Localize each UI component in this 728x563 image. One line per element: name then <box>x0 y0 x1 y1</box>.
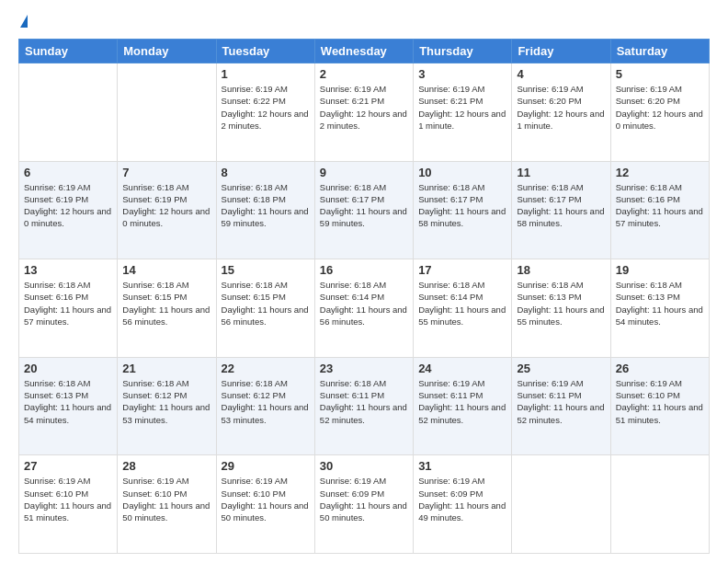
calendar-cell: 1Sunrise: 6:19 AM Sunset: 6:22 PM Daylig… <box>216 63 314 162</box>
day-number: 25 <box>517 362 605 375</box>
calendar-cell: 27Sunrise: 6:19 AM Sunset: 6:10 PM Dayli… <box>19 455 118 554</box>
day-header-wednesday: Wednesday <box>314 40 413 63</box>
day-number: 10 <box>418 166 506 179</box>
day-number: 28 <box>122 459 210 473</box>
day-number: 4 <box>517 67 605 81</box>
day-info: Sunrise: 6:19 AM Sunset: 6:10 PM Dayligh… <box>616 377 704 426</box>
day-info: Sunrise: 6:18 AM Sunset: 6:14 PM Dayligh… <box>320 279 408 327</box>
calendar-header-row: SundayMondayTuesdayWednesdayThursdayFrid… <box>19 40 710 63</box>
day-number: 23 <box>320 362 408 375</box>
day-info: Sunrise: 6:19 AM Sunset: 6:10 PM Dayligh… <box>222 475 310 523</box>
calendar-cell: 7Sunrise: 6:18 AM Sunset: 6:19 PM Daylig… <box>118 161 216 259</box>
day-number: 22 <box>222 362 310 375</box>
day-header-friday: Friday <box>512 40 610 63</box>
day-info: Sunrise: 6:18 AM Sunset: 6:17 PM Dayligh… <box>517 181 605 230</box>
calendar-cell: 17Sunrise: 6:18 AM Sunset: 6:14 PM Dayli… <box>414 259 512 358</box>
day-info: Sunrise: 6:18 AM Sunset: 6:14 PM Dayligh… <box>418 279 506 327</box>
week-row-3: 13Sunrise: 6:18 AM Sunset: 6:16 PM Dayli… <box>19 259 710 358</box>
day-header-monday: Monday <box>118 40 216 63</box>
calendar-cell: 21Sunrise: 6:18 AM Sunset: 6:12 PM Dayli… <box>118 357 216 455</box>
day-number: 21 <box>122 362 210 375</box>
calendar-cell: 14Sunrise: 6:18 AM Sunset: 6:15 PM Dayli… <box>118 259 216 358</box>
day-info: Sunrise: 6:19 AM Sunset: 6:10 PM Dayligh… <box>122 475 210 523</box>
header <box>18 15 710 29</box>
day-header-tuesday: Tuesday <box>216 40 314 63</box>
day-info: Sunrise: 6:19 AM Sunset: 6:10 PM Dayligh… <box>24 475 112 523</box>
day-number: 27 <box>24 459 112 473</box>
day-number: 18 <box>517 263 605 277</box>
day-number: 5 <box>616 67 704 81</box>
day-number: 11 <box>517 166 605 179</box>
day-number: 3 <box>418 67 506 81</box>
day-info: Sunrise: 6:19 AM Sunset: 6:20 PM Dayligh… <box>517 83 605 132</box>
day-info: Sunrise: 6:18 AM Sunset: 6:16 PM Dayligh… <box>616 181 704 230</box>
day-info: Sunrise: 6:19 AM Sunset: 6:20 PM Dayligh… <box>616 83 704 132</box>
day-info: Sunrise: 6:19 AM Sunset: 6:22 PM Dayligh… <box>222 83 310 132</box>
calendar-cell: 31Sunrise: 6:19 AM Sunset: 6:09 PM Dayli… <box>414 455 512 554</box>
day-info: Sunrise: 6:18 AM Sunset: 6:16 PM Dayligh… <box>24 279 112 327</box>
day-header-saturday: Saturday <box>610 40 709 63</box>
day-info: Sunrise: 6:18 AM Sunset: 6:15 PM Dayligh… <box>222 279 310 327</box>
day-info: Sunrise: 6:19 AM Sunset: 6:09 PM Dayligh… <box>320 475 408 523</box>
calendar-cell: 19Sunrise: 6:18 AM Sunset: 6:13 PM Dayli… <box>610 259 709 358</box>
day-info: Sunrise: 6:19 AM Sunset: 6:11 PM Dayligh… <box>418 377 506 426</box>
day-info: Sunrise: 6:18 AM Sunset: 6:12 PM Dayligh… <box>222 377 310 426</box>
calendar-cell: 15Sunrise: 6:18 AM Sunset: 6:15 PM Dayli… <box>216 259 314 358</box>
calendar-cell <box>19 63 118 162</box>
logo <box>18 15 28 29</box>
day-number: 14 <box>122 263 210 277</box>
calendar-cell: 23Sunrise: 6:18 AM Sunset: 6:11 PM Dayli… <box>314 357 413 455</box>
day-info: Sunrise: 6:19 AM Sunset: 6:11 PM Dayligh… <box>517 377 605 426</box>
day-info: Sunrise: 6:18 AM Sunset: 6:18 PM Dayligh… <box>222 181 310 230</box>
calendar-cell <box>512 455 610 554</box>
calendar-cell: 11Sunrise: 6:18 AM Sunset: 6:17 PM Dayli… <box>512 161 610 259</box>
calendar-cell <box>118 63 216 162</box>
calendar-cell: 18Sunrise: 6:18 AM Sunset: 6:13 PM Dayli… <box>512 259 610 358</box>
day-number: 30 <box>320 459 408 473</box>
calendar-cell: 10Sunrise: 6:18 AM Sunset: 6:17 PM Dayli… <box>414 161 512 259</box>
day-info: Sunrise: 6:18 AM Sunset: 6:15 PM Dayligh… <box>122 279 210 327</box>
calendar-cell: 3Sunrise: 6:19 AM Sunset: 6:21 PM Daylig… <box>414 63 512 162</box>
calendar-cell <box>610 455 709 554</box>
calendar-cell: 29Sunrise: 6:19 AM Sunset: 6:10 PM Dayli… <box>216 455 314 554</box>
day-header-thursday: Thursday <box>414 40 512 63</box>
day-info: Sunrise: 6:19 AM Sunset: 6:09 PM Dayligh… <box>418 475 506 523</box>
calendar: SundayMondayTuesdayWednesdayThursdayFrid… <box>18 39 710 554</box>
calendar-cell: 8Sunrise: 6:18 AM Sunset: 6:18 PM Daylig… <box>216 161 314 259</box>
day-info: Sunrise: 6:19 AM Sunset: 6:19 PM Dayligh… <box>24 181 112 230</box>
day-number: 13 <box>24 263 112 277</box>
day-number: 16 <box>320 263 408 277</box>
day-number: 20 <box>24 362 112 375</box>
logo-triangle-icon <box>20 15 28 28</box>
day-info: Sunrise: 6:18 AM Sunset: 6:13 PM Dayligh… <box>517 279 605 327</box>
day-number: 1 <box>222 67 310 81</box>
day-number: 12 <box>616 166 704 179</box>
day-info: Sunrise: 6:18 AM Sunset: 6:13 PM Dayligh… <box>24 377 112 426</box>
day-number: 31 <box>418 459 506 473</box>
week-row-5: 27Sunrise: 6:19 AM Sunset: 6:10 PM Dayli… <box>19 455 710 554</box>
day-number: 24 <box>418 362 506 375</box>
calendar-cell: 13Sunrise: 6:18 AM Sunset: 6:16 PM Dayli… <box>19 259 118 358</box>
calendar-cell: 4Sunrise: 6:19 AM Sunset: 6:20 PM Daylig… <box>512 63 610 162</box>
day-number: 7 <box>122 166 210 179</box>
calendar-cell: 16Sunrise: 6:18 AM Sunset: 6:14 PM Dayli… <box>314 259 413 358</box>
week-row-2: 6Sunrise: 6:19 AM Sunset: 6:19 PM Daylig… <box>19 161 710 259</box>
day-info: Sunrise: 6:18 AM Sunset: 6:19 PM Dayligh… <box>122 181 210 230</box>
day-info: Sunrise: 6:18 AM Sunset: 6:17 PM Dayligh… <box>320 181 408 230</box>
calendar-cell: 26Sunrise: 6:19 AM Sunset: 6:10 PM Dayli… <box>610 357 709 455</box>
page: SundayMondayTuesdayWednesdayThursdayFrid… <box>0 0 728 563</box>
calendar-cell: 28Sunrise: 6:19 AM Sunset: 6:10 PM Dayli… <box>118 455 216 554</box>
day-number: 29 <box>222 459 310 473</box>
week-row-1: 1Sunrise: 6:19 AM Sunset: 6:22 PM Daylig… <box>19 63 710 162</box>
day-info: Sunrise: 6:19 AM Sunset: 6:21 PM Dayligh… <box>418 83 506 132</box>
calendar-cell: 2Sunrise: 6:19 AM Sunset: 6:21 PM Daylig… <box>314 63 413 162</box>
calendar-cell: 6Sunrise: 6:19 AM Sunset: 6:19 PM Daylig… <box>19 161 118 259</box>
day-info: Sunrise: 6:18 AM Sunset: 6:13 PM Dayligh… <box>616 279 704 327</box>
day-number: 8 <box>222 166 310 179</box>
calendar-cell: 24Sunrise: 6:19 AM Sunset: 6:11 PM Dayli… <box>414 357 512 455</box>
day-number: 6 <box>24 166 112 179</box>
day-number: 26 <box>616 362 704 375</box>
day-number: 19 <box>616 263 704 277</box>
calendar-cell: 22Sunrise: 6:18 AM Sunset: 6:12 PM Dayli… <box>216 357 314 455</box>
calendar-cell: 9Sunrise: 6:18 AM Sunset: 6:17 PM Daylig… <box>314 161 413 259</box>
